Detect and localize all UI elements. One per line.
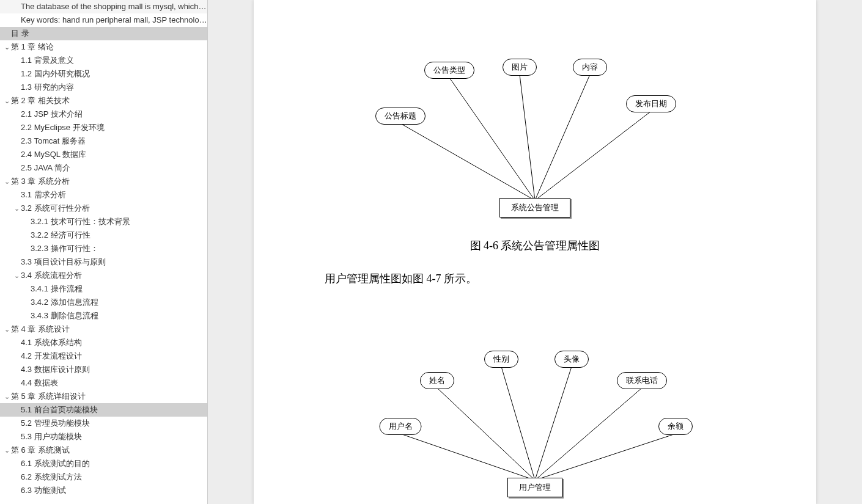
outline-label: 3.2.1 技术可行性：技术背景 xyxy=(31,215,130,228)
diagram-attribute: 内容 xyxy=(573,59,607,76)
outline-label: 3.4.3 删除信息流程 xyxy=(31,309,98,323)
outline-label: 4.3 数据库设计原则 xyxy=(21,363,90,376)
outline-item[interactable]: ⌄第 6 章 系统测试 xyxy=(0,444,207,457)
outline-item[interactable]: ⌄第 5 章 系统详细设计 xyxy=(0,390,207,403)
outline-item[interactable]: 目 录 xyxy=(0,27,207,40)
outline-item[interactable]: 2.3 Tomcat 服务器 xyxy=(0,134,207,148)
chevron-down-icon[interactable]: ⌄ xyxy=(2,40,11,54)
diagram-attribute: 头像 xyxy=(554,351,589,368)
outline-label: 6.1 系统测试的目的 xyxy=(21,457,90,470)
outline-label: 3.2.3 操作可行性： xyxy=(31,242,98,255)
outline-item[interactable]: 1.1 背景及意义 xyxy=(0,54,207,67)
outline-item[interactable]: ⌄3.4 系统流程分析 xyxy=(0,269,207,282)
outline-item[interactable]: Key words: hand run peripheral mall, JSP… xyxy=(0,13,207,27)
chevron-down-icon[interactable]: ⌄ xyxy=(2,444,11,457)
svg-line-7 xyxy=(501,367,535,480)
svg-line-6 xyxy=(437,388,535,480)
outline-label: 第 1 章 绪论 xyxy=(11,40,54,54)
outline-item[interactable]: 5.2 管理员功能模块 xyxy=(0,417,207,430)
outline-label: 6.2 系统测试方法 xyxy=(21,470,82,484)
chevron-down-icon[interactable]: ⌄ xyxy=(2,390,11,403)
outline-item[interactable]: 2.4 MySQL 数据库 xyxy=(0,148,207,161)
outline-label: 3.4.1 操作流程 xyxy=(31,282,83,296)
outline-item[interactable]: 3.4.3 删除信息流程 xyxy=(0,309,207,323)
diagram-attribute: 公告类型 xyxy=(424,62,474,79)
chevron-down-icon[interactable]: ⌄ xyxy=(2,94,11,108)
outline-item[interactable]: The database of the shopping mall is mys… xyxy=(0,0,207,13)
outline-label: 1.3 研究的内容 xyxy=(21,81,74,94)
diagram-attribute: 图片 xyxy=(503,59,537,76)
diagram-attribute: 用户名 xyxy=(380,418,422,435)
outline-label: 3.2 系统可行性分析 xyxy=(21,202,90,215)
outline-item[interactable]: 5.1 前台首页功能模块 xyxy=(0,403,207,417)
outline-label: 2.2 MyEclipse 开发环境 xyxy=(21,121,105,134)
outline-label: 3.4 系统流程分析 xyxy=(21,269,82,282)
svg-line-4 xyxy=(535,111,651,200)
outline-item[interactable]: 4.4 数据表 xyxy=(0,376,207,390)
outline-item[interactable]: ⌄3.2 系统可行性分析 xyxy=(0,202,207,215)
diagram-attribute: 姓名 xyxy=(420,372,454,389)
outline-item[interactable]: 2.1 JSP 技术介绍 xyxy=(0,108,207,121)
outline-label: 5.2 管理员功能模块 xyxy=(21,417,90,430)
outline-item[interactable]: ⌄第 1 章 绪论 xyxy=(0,40,207,54)
outline-item[interactable]: 3.3 项目设计目标与原则 xyxy=(0,255,207,269)
svg-line-10 xyxy=(535,434,676,480)
outline-item[interactable]: 4.1 系统体系结构 xyxy=(0,336,207,349)
outline-item[interactable]: 3.2.2 经济可行性 xyxy=(0,228,207,242)
outline-item[interactable]: 1.2 国内外研究概况 xyxy=(0,67,207,81)
outline-label: 4.1 系统体系结构 xyxy=(21,336,82,349)
chevron-down-icon[interactable]: ⌄ xyxy=(2,323,11,336)
outline-label: 3.3 项目设计目标与原则 xyxy=(21,255,106,269)
outline-panel: The database of the shopping mall is mys… xyxy=(0,0,208,504)
chevron-down-icon[interactable]: ⌄ xyxy=(12,202,21,215)
outline-item[interactable]: 1.3 研究的内容 xyxy=(0,81,207,94)
svg-line-8 xyxy=(535,367,572,480)
outline-label: 3.2.2 经济可行性 xyxy=(31,228,90,242)
chevron-down-icon[interactable]: ⌄ xyxy=(12,269,21,282)
outline-item[interactable]: 3.2.1 技术可行性：技术背景 xyxy=(0,215,207,228)
document-page: 系统公告管理公告标题公告类型图片内容发布日期 图 4-6 系统公告管理属性图 用… xyxy=(254,0,816,504)
outline-item[interactable]: 2.2 MyEclipse 开发环境 xyxy=(0,121,207,134)
outline-item[interactable]: 3.4.1 操作流程 xyxy=(0,282,207,296)
outline-item[interactable]: 5.3 用户功能模块 xyxy=(0,430,207,444)
outline-item[interactable]: 4.2 开发流程设计 xyxy=(0,349,207,363)
outline-label: 3.4.2 添加信息流程 xyxy=(31,296,98,309)
figure-caption: 图 4-6 系统公告管理属性图 xyxy=(303,238,767,253)
outline-label: 6.3 功能测试 xyxy=(21,484,66,497)
outline-item[interactable]: 6.1 系统测试的目的 xyxy=(0,457,207,470)
diagram-root: 系统公告管理 xyxy=(499,198,570,217)
outline-item[interactable]: 3.1 需求分析 xyxy=(0,188,207,202)
outline-item[interactable]: ⌄第 4 章 系统设计 xyxy=(0,323,207,336)
outline-label: 第 5 章 系统详细设计 xyxy=(11,390,86,403)
svg-line-9 xyxy=(535,388,642,480)
diagram-system-announcement: 系统公告管理公告标题公告类型图片内容发布日期 xyxy=(364,24,706,226)
outline-label: Key words: hand run peripheral mall, JSP… xyxy=(21,13,207,27)
diagram-user-management: 用户管理用户名姓名性别头像联系电话余额 xyxy=(364,304,706,488)
outline-item[interactable]: 6.3 功能测试 xyxy=(0,484,207,497)
outline-label: 目 录 xyxy=(11,27,29,40)
outline-label: 4.2 开发流程设计 xyxy=(21,349,82,363)
outline-item[interactable]: 3.4.2 添加信息流程 xyxy=(0,296,207,309)
outline-item[interactable]: 6.2 系统测试方法 xyxy=(0,470,207,484)
outline-item[interactable]: 2.5 JAVA 简介 xyxy=(0,161,207,175)
outline-item[interactable]: ⌄第 2 章 相关技术 xyxy=(0,94,207,108)
outline-label: 1.2 国内外研究概况 xyxy=(21,67,90,81)
diagram-attribute: 联系电话 xyxy=(617,372,667,389)
outline-label: 5.1 前台首页功能模块 xyxy=(21,403,98,417)
diagram-lines xyxy=(364,24,706,226)
svg-line-3 xyxy=(535,75,590,200)
outline-label: 4.4 数据表 xyxy=(21,376,58,390)
diagram-root: 用户管理 xyxy=(507,478,562,497)
document-viewport[interactable]: 系统公告管理公告标题公告类型图片内容发布日期 图 4-6 系统公告管理属性图 用… xyxy=(208,0,862,504)
outline-label: 第 2 章 相关技术 xyxy=(11,94,70,108)
outline-item[interactable]: 3.2.3 操作可行性： xyxy=(0,242,207,255)
svg-line-5 xyxy=(400,434,535,480)
diagram-lines xyxy=(364,304,706,488)
outline-label: The database of the shopping mall is mys… xyxy=(21,0,207,13)
chevron-down-icon[interactable]: ⌄ xyxy=(2,175,11,188)
outline-label: 5.3 用户功能模块 xyxy=(21,430,82,444)
outline-item[interactable]: 4.3 数据库设计原则 xyxy=(0,363,207,376)
diagram-attribute: 公告标题 xyxy=(375,108,425,125)
svg-line-0 xyxy=(400,123,535,200)
outline-item[interactable]: ⌄第 3 章 系统分析 xyxy=(0,175,207,188)
